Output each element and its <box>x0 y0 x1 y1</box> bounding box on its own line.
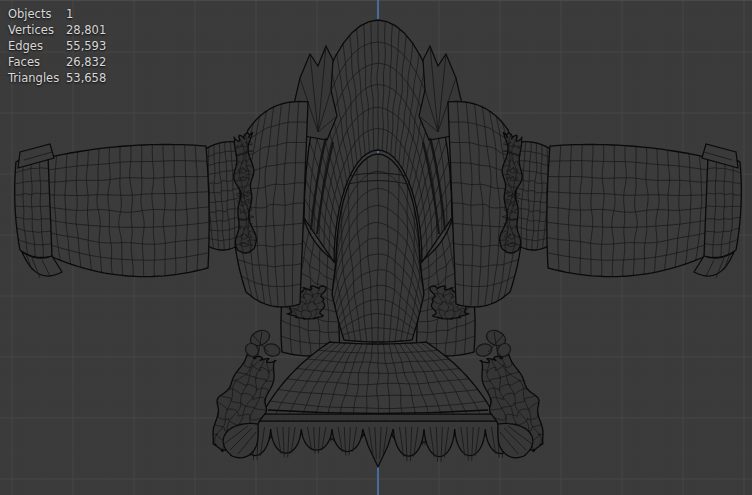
stat-value: 55,593 <box>66 38 106 54</box>
stat-label: Edges <box>8 38 66 54</box>
stat-value: 26,832 <box>66 54 106 70</box>
blender-3d-viewport[interactable]: Objects 1 Vertices 28,801 Edges 55,593 F… <box>0 0 752 495</box>
stat-value: 53,658 <box>66 70 106 86</box>
stat-row-faces: Faces 26,832 <box>8 54 106 70</box>
stat-value: 1 <box>66 6 73 22</box>
stat-row-edges: Edges 55,593 <box>8 38 106 54</box>
stat-row-triangles: Triangles 53,658 <box>8 70 106 86</box>
stat-row-objects: Objects 1 <box>8 6 106 22</box>
stat-label: Objects <box>8 6 66 22</box>
stat-value: 28,801 <box>66 22 106 38</box>
viewport-canvas[interactable] <box>0 0 752 495</box>
stats-overlay: Objects 1 Vertices 28,801 Edges 55,593 F… <box>8 6 106 86</box>
stat-label: Faces <box>8 54 66 70</box>
stat-label: Vertices <box>8 22 66 38</box>
stat-label: Triangles <box>8 70 66 86</box>
stat-row-vertices: Vertices 28,801 <box>8 22 106 38</box>
